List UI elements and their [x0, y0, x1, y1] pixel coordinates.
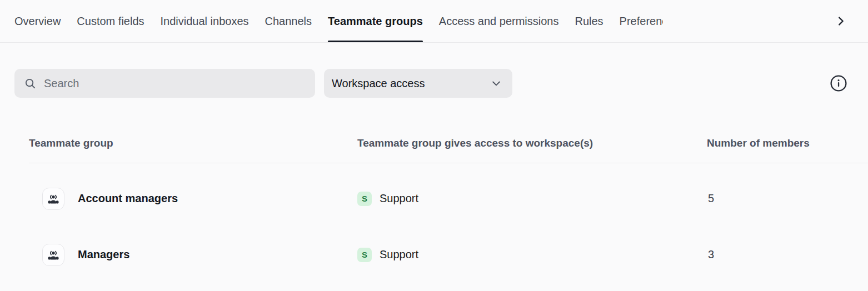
column-header-workspace-access: Teammate group gives access to workspace…	[357, 137, 707, 149]
workspace-access-dropdown[interactable]: Workspace access	[324, 69, 512, 98]
tab-custom-fields[interactable]: Custom fields	[77, 0, 144, 42]
workspace-badge: S	[357, 248, 372, 262]
settings-tab-bar: Overview Custom fields Individual inboxe…	[0, 0, 868, 43]
workspace-access-dropdown-label: Workspace access	[332, 77, 425, 90]
search-input[interactable]	[44, 69, 315, 98]
workspace-name: Support	[380, 248, 418, 261]
workspace-cell: S Support	[357, 248, 707, 262]
teammate-group-icon	[42, 244, 64, 266]
workspace-cell: S Support	[357, 192, 707, 206]
column-header-number-of-members: Number of members	[707, 137, 868, 149]
tab-channels[interactable]: Channels	[265, 0, 312, 42]
tab-teammate-groups[interactable]: Teammate groups	[328, 0, 423, 42]
tab-preferences[interactable]: Preferences	[620, 0, 663, 42]
chevron-right-icon	[835, 15, 847, 27]
group-name: Managers	[78, 248, 129, 261]
info-button[interactable]	[829, 74, 848, 93]
table-row[interactable]: Managers S Support 3	[0, 227, 868, 283]
members-count: 3	[707, 248, 868, 261]
group-name: Account managers	[78, 192, 178, 205]
tab-access-and-permissions[interactable]: Access and permissions	[439, 0, 559, 42]
members-count: 5	[707, 192, 868, 205]
tab-individual-inboxes[interactable]: Individual inboxes	[161, 0, 249, 42]
search-icon	[24, 77, 37, 90]
group-name-cell: Managers	[29, 244, 357, 266]
tab-rules[interactable]: Rules	[575, 0, 603, 42]
tabs-scroll-right-button[interactable]	[832, 13, 849, 29]
chevron-down-icon	[491, 78, 502, 89]
table-row[interactable]: Account managers S Support 5	[0, 170, 868, 227]
info-icon	[830, 74, 847, 92]
table-header-row: Teammate group Teammate group gives acce…	[0, 137, 868, 149]
workspace-name: Support	[380, 192, 418, 205]
tab-overview[interactable]: Overview	[14, 0, 61, 42]
column-header-teammate-group: Teammate group	[29, 137, 357, 149]
toolbar: Workspace access	[0, 69, 868, 98]
teammate-groups-table: Teammate group Teammate group gives acce…	[0, 137, 868, 283]
workspace-badge: S	[357, 192, 372, 206]
table-body: Account managers S Support 5	[0, 163, 868, 283]
group-name-cell: Account managers	[29, 188, 357, 210]
search-box[interactable]	[14, 69, 315, 98]
teammate-group-icon	[42, 188, 64, 210]
